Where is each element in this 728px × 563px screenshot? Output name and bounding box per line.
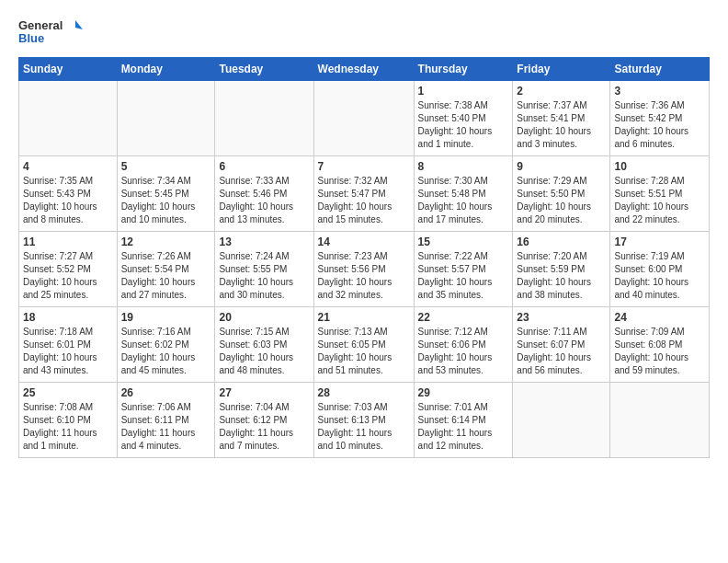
day-number: 19: [121, 310, 211, 325]
calendar-cell: 18Sunrise: 7:18 AM Sunset: 6:01 PM Dayli…: [19, 307, 118, 383]
calendar-cell: 10Sunrise: 7:28 AM Sunset: 5:51 PM Dayli…: [610, 156, 710, 232]
calendar-cell: [19, 81, 118, 156]
calendar-cell: 24Sunrise: 7:09 AM Sunset: 6:08 PM Dayli…: [610, 307, 710, 383]
day-number: 7: [318, 159, 410, 174]
day-number: 15: [418, 235, 509, 249]
svg-marker-1: [75, 20, 83, 29]
svg-text:Blue: Blue: [18, 31, 44, 45]
calendar-cell: 7Sunrise: 7:32 AM Sunset: 5:47 PM Daylig…: [313, 156, 414, 232]
calendar-cell: 2Sunrise: 7:37 AM Sunset: 5:41 PM Daylig…: [513, 81, 610, 156]
day-info: Sunrise: 7:03 AM Sunset: 6:13 PM Dayligh…: [318, 401, 410, 453]
day-info: Sunrise: 7:28 AM Sunset: 5:51 PM Dayligh…: [614, 175, 705, 226]
day-number: 23: [517, 310, 606, 325]
weekday-header-sunday: Sunday: [19, 58, 118, 81]
day-number: 12: [121, 235, 211, 249]
day-info: Sunrise: 7:29 AM Sunset: 5:50 PM Dayligh…: [517, 175, 606, 226]
day-info: Sunrise: 7:11 AM Sunset: 6:07 PM Dayligh…: [517, 326, 606, 377]
calendar-cell: 8Sunrise: 7:30 AM Sunset: 5:48 PM Daylig…: [414, 156, 513, 232]
day-number: 25: [23, 385, 113, 400]
day-number: 1: [418, 84, 509, 98]
day-info: Sunrise: 7:06 AM Sunset: 6:11 PM Dayligh…: [121, 401, 211, 453]
calendar-cell: 27Sunrise: 7:04 AM Sunset: 6:12 PM Dayli…: [215, 383, 313, 458]
logo-svg: General Blue: [18, 17, 83, 50]
calendar-cell: 15Sunrise: 7:22 AM Sunset: 5:57 PM Dayli…: [414, 232, 513, 307]
day-number: 3: [614, 84, 705, 98]
day-info: Sunrise: 7:01 AM Sunset: 6:14 PM Dayligh…: [418, 401, 509, 453]
day-info: Sunrise: 7:09 AM Sunset: 6:08 PM Dayligh…: [614, 326, 705, 377]
weekday-header-saturday: Saturday: [610, 58, 710, 81]
calendar-cell: [215, 81, 313, 156]
day-info: Sunrise: 7:08 AM Sunset: 6:10 PM Dayligh…: [23, 401, 113, 453]
day-info: Sunrise: 7:16 AM Sunset: 6:02 PM Dayligh…: [121, 326, 211, 377]
calendar-cell: 5Sunrise: 7:34 AM Sunset: 5:45 PM Daylig…: [117, 156, 215, 232]
calendar-cell: 25Sunrise: 7:08 AM Sunset: 6:10 PM Dayli…: [19, 383, 118, 458]
calendar-cell: 20Sunrise: 7:15 AM Sunset: 6:03 PM Dayli…: [215, 307, 313, 383]
calendar-week-3: 11Sunrise: 7:27 AM Sunset: 5:52 PM Dayli…: [19, 232, 710, 307]
weekday-header-tuesday: Tuesday: [215, 58, 313, 81]
weekday-header-friday: Friday: [513, 58, 610, 81]
calendar-body: 1Sunrise: 7:38 AM Sunset: 5:40 PM Daylig…: [19, 81, 710, 458]
calendar-table: SundayMondayTuesdayWednesdayThursdayFrid…: [18, 57, 710, 458]
svg-text:General: General: [18, 18, 63, 32]
day-info: Sunrise: 7:24 AM Sunset: 5:55 PM Dayligh…: [219, 250, 309, 302]
day-info: Sunrise: 7:37 AM Sunset: 5:41 PM Dayligh…: [517, 99, 606, 151]
day-number: 29: [418, 385, 509, 400]
calendar-cell: 14Sunrise: 7:23 AM Sunset: 5:56 PM Dayli…: [313, 232, 414, 307]
day-number: 24: [614, 310, 705, 325]
day-info: Sunrise: 7:38 AM Sunset: 5:40 PM Dayligh…: [418, 99, 509, 151]
day-number: 20: [219, 310, 309, 325]
calendar-week-4: 18Sunrise: 7:18 AM Sunset: 6:01 PM Dayli…: [19, 307, 710, 383]
calendar-cell: 29Sunrise: 7:01 AM Sunset: 6:14 PM Dayli…: [414, 383, 513, 458]
day-number: 5: [121, 159, 211, 174]
day-info: Sunrise: 7:04 AM Sunset: 6:12 PM Dayligh…: [219, 401, 309, 453]
day-info: Sunrise: 7:15 AM Sunset: 6:03 PM Dayligh…: [219, 326, 309, 377]
day-number: 8: [418, 159, 509, 174]
day-number: 27: [219, 385, 309, 400]
day-info: Sunrise: 7:35 AM Sunset: 5:43 PM Dayligh…: [23, 175, 113, 226]
calendar-week-5: 25Sunrise: 7:08 AM Sunset: 6:10 PM Dayli…: [19, 383, 710, 458]
calendar-cell: 11Sunrise: 7:27 AM Sunset: 5:52 PM Dayli…: [19, 232, 118, 307]
day-number: 16: [517, 235, 606, 249]
day-number: 6: [219, 159, 309, 174]
calendar-cell: 4Sunrise: 7:35 AM Sunset: 5:43 PM Daylig…: [19, 156, 118, 232]
calendar-cell: 9Sunrise: 7:29 AM Sunset: 5:50 PM Daylig…: [513, 156, 610, 232]
day-number: 26: [121, 385, 211, 400]
day-info: Sunrise: 7:13 AM Sunset: 6:05 PM Dayligh…: [318, 326, 410, 377]
calendar-cell: 12Sunrise: 7:26 AM Sunset: 5:54 PM Dayli…: [117, 232, 215, 307]
calendar-cell: 13Sunrise: 7:24 AM Sunset: 5:55 PM Dayli…: [215, 232, 313, 307]
day-info: Sunrise: 7:23 AM Sunset: 5:56 PM Dayligh…: [318, 250, 410, 302]
day-number: 22: [418, 310, 509, 325]
page: General Blue SundayMondayTuesdayWednesda…: [0, 0, 728, 467]
day-info: Sunrise: 7:19 AM Sunset: 6:00 PM Dayligh…: [614, 250, 705, 302]
weekday-header-row: SundayMondayTuesdayWednesdayThursdayFrid…: [19, 58, 710, 81]
calendar-cell: 16Sunrise: 7:20 AM Sunset: 5:59 PM Dayli…: [513, 232, 610, 307]
header: General Blue: [18, 17, 710, 50]
day-number: 14: [318, 235, 410, 249]
day-info: Sunrise: 7:27 AM Sunset: 5:52 PM Dayligh…: [23, 250, 113, 302]
calendar-cell: 28Sunrise: 7:03 AM Sunset: 6:13 PM Dayli…: [313, 383, 414, 458]
calendar-cell: [117, 81, 215, 156]
day-number: 9: [517, 159, 606, 174]
day-number: 4: [23, 159, 113, 174]
day-number: 11: [23, 235, 113, 249]
weekday-header-monday: Monday: [117, 58, 215, 81]
day-number: 18: [23, 310, 113, 325]
day-number: 2: [517, 84, 606, 98]
calendar-cell: 1Sunrise: 7:38 AM Sunset: 5:40 PM Daylig…: [414, 81, 513, 156]
calendar-cell: [513, 383, 610, 458]
logo: General Blue: [18, 17, 83, 50]
calendar-cell: 22Sunrise: 7:12 AM Sunset: 6:06 PM Dayli…: [414, 307, 513, 383]
day-number: 21: [318, 310, 410, 325]
calendar-cell: [610, 383, 710, 458]
calendar-cell: 19Sunrise: 7:16 AM Sunset: 6:02 PM Dayli…: [117, 307, 215, 383]
calendar-cell: 3Sunrise: 7:36 AM Sunset: 5:42 PM Daylig…: [610, 81, 710, 156]
calendar-week-1: 1Sunrise: 7:38 AM Sunset: 5:40 PM Daylig…: [19, 81, 710, 156]
calendar-cell: 23Sunrise: 7:11 AM Sunset: 6:07 PM Dayli…: [513, 307, 610, 383]
day-info: Sunrise: 7:36 AM Sunset: 5:42 PM Dayligh…: [614, 99, 705, 151]
day-info: Sunrise: 7:12 AM Sunset: 6:06 PM Dayligh…: [418, 326, 509, 377]
day-number: 17: [614, 235, 705, 249]
day-info: Sunrise: 7:34 AM Sunset: 5:45 PM Dayligh…: [121, 175, 211, 226]
calendar-cell: 6Sunrise: 7:33 AM Sunset: 5:46 PM Daylig…: [215, 156, 313, 232]
weekday-header-wednesday: Wednesday: [313, 58, 414, 81]
calendar-cell: [313, 81, 414, 156]
